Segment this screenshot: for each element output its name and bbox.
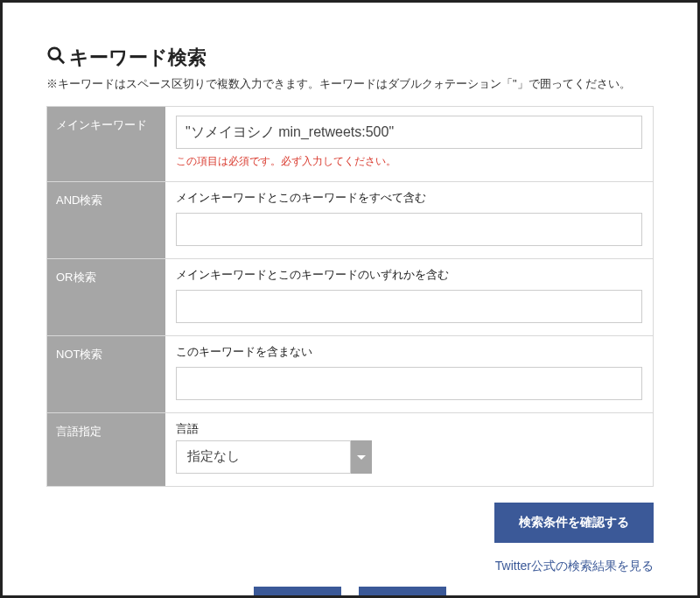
not-search-input[interactable]: [176, 367, 642, 400]
content-or-search: メインキーワードとこのキーワードのいずれかを含む: [165, 259, 653, 335]
actions-area: 検索条件を確認する Twitter公式の検索結果を見る: [46, 503, 654, 574]
chevron-down-icon: [351, 440, 372, 474]
row-or-search: OR検索 メインキーワードとこのキーワードのいずれかを含む: [47, 259, 653, 336]
content-not-search: このキーワードを含まない: [165, 336, 653, 412]
svg-line-1: [59, 58, 64, 63]
label-language: 言語指定: [47, 413, 165, 486]
language-sublabel: 言語: [176, 422, 642, 437]
decor-bar: [254, 587, 341, 595]
page-title-text: キーワード検索: [69, 45, 206, 71]
content-language: 言語 指定なし: [165, 413, 653, 486]
label-and-search: AND検索: [47, 182, 165, 258]
label-or-search: OR検索: [47, 259, 165, 335]
content-and-search: メインキーワードとこのキーワードをすべて含む: [165, 182, 653, 258]
or-search-hint: メインキーワードとこのキーワードのいずれかを含む: [176, 268, 642, 283]
decor-bar: [359, 587, 446, 595]
modal-container: キーワード検索 ※キーワードはスペース区切りで複数入力できます。キーワードはダブ…: [0, 0, 700, 598]
main-keyword-input[interactable]: [176, 116, 642, 149]
svg-point-0: [49, 48, 60, 60]
row-not-search: NOT検索 このキーワードを含まない: [47, 336, 653, 413]
search-form: メインキーワード この項目は必須です。必ず入力してください。 AND検索 メイン…: [46, 106, 654, 487]
or-search-input[interactable]: [176, 290, 642, 323]
row-main-keyword: メインキーワード この項目は必須です。必ず入力してください。: [47, 107, 653, 182]
twitter-results-link[interactable]: Twitter公式の検索結果を見る: [495, 559, 654, 574]
row-and-search: AND検索 メインキーワードとこのキーワードをすべて含む: [47, 182, 653, 259]
and-search-hint: メインキーワードとこのキーワードをすべて含む: [176, 191, 642, 206]
and-search-input[interactable]: [176, 213, 642, 246]
row-language: 言語指定 言語 指定なし: [47, 413, 653, 486]
not-search-hint: このキーワードを含まない: [176, 345, 642, 360]
content-main-keyword: この項目は必須です。必ず入力してください。: [165, 107, 653, 181]
search-icon: [46, 46, 66, 70]
main-keyword-required-note: この項目は必須です。必ず入力してください。: [176, 154, 642, 169]
language-select[interactable]: 指定なし: [176, 440, 642, 474]
label-main-keyword: メインキーワード: [47, 107, 165, 181]
label-not-search: NOT検索: [47, 336, 165, 412]
language-select-value: 指定なし: [176, 440, 351, 474]
header-subnote: ※キーワードはスペース区切りで複数入力できます。キーワードはダブルクォテーション…: [46, 76, 654, 92]
page-title: キーワード検索: [46, 45, 654, 71]
confirm-search-button[interactable]: 検索条件を確認する: [494, 503, 654, 543]
bottom-decor: [3, 587, 697, 595]
